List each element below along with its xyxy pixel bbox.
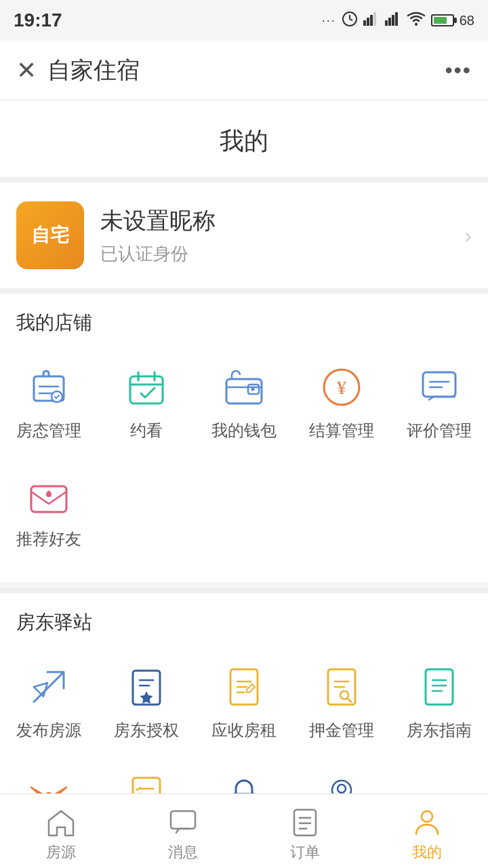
icon-label-doc-text: 房东指南 (407, 719, 472, 741)
bottom-nav-label-message: 消息 (168, 842, 198, 863)
icon-label-doc-search: 押金管理 (309, 719, 374, 741)
bottom-nav-label-house: 房源 (46, 842, 76, 863)
bottom-nav-item-house[interactable]: 房源 (0, 800, 122, 863)
icon-item-doc-star[interactable]: 房东授权 (98, 649, 195, 757)
icon-label-send-arrow: 发布房源 (16, 719, 81, 741)
bottom-nav-item-message[interactable]: 消息 (122, 800, 244, 863)
icon-item-doc-search[interactable]: 押金管理 (293, 649, 390, 757)
landlord-section-title: 房东驿站 (0, 610, 488, 649)
clock-icon (342, 11, 358, 31)
svg-rect-31 (171, 811, 195, 829)
avatar-text: 自宅 (31, 222, 69, 248)
profile-section[interactable]: 自宅 未设置昵称 已认证身份 › (0, 182, 488, 294)
wifi-icon (407, 12, 426, 30)
avatar: 自宅 (16, 201, 84, 269)
svg-rect-2 (367, 18, 369, 26)
icon-item-doc-pen[interactable]: 应收房租 (195, 649, 293, 757)
svg-rect-7 (392, 15, 394, 26)
profile-sub: 已认证身份 (100, 242, 464, 266)
status-time: 19:17 (14, 9, 62, 31)
svg-point-9 (415, 23, 418, 26)
profile-info: 未设置昵称 已认证身份 (100, 205, 464, 266)
page-title-section: 我的 (0, 100, 488, 182)
svg-rect-8 (395, 12, 398, 26)
svg-rect-12 (130, 376, 163, 403)
battery-level: 68 (460, 13, 474, 28)
icon-label-house-tag: 房态管理 (16, 420, 81, 441)
icon-label-doc-star: 房东授权 (114, 719, 179, 741)
icon-item-doc-text[interactable]: 房东指南 (390, 649, 488, 757)
my-shop-title: 我的店铺 (0, 310, 488, 349)
svg-point-30 (338, 785, 346, 793)
status-icons: ··· (322, 11, 474, 31)
icon-label-doc-pen: 应收房租 (211, 719, 277, 741)
signal2-icon (385, 12, 401, 29)
bottom-nav-label-order: 订单 (290, 842, 320, 863)
profile-name: 未设置昵称 (100, 205, 464, 237)
dots-icon: ··· (322, 14, 336, 28)
icon-item-house-tag[interactable]: 房态管理 (0, 349, 98, 458)
nav-title: 自家住宿 (47, 55, 445, 86)
svg-rect-3 (370, 15, 373, 26)
separator1 (0, 588, 488, 593)
svg-rect-4 (373, 12, 376, 26)
icon-item-send-arrow[interactable]: 发布房源 (0, 649, 98, 757)
icon-label-calendar-check: 约看 (130, 420, 163, 441)
my-shop-grid: 房态管理 约看 我的钱包 ¥ (0, 349, 488, 577)
svg-text:¥: ¥ (337, 377, 346, 398)
svg-rect-19 (31, 486, 66, 512)
icon-item-wallet[interactable]: 我的钱包 (195, 349, 293, 458)
close-button[interactable]: ✕ (16, 56, 37, 85)
nav-bar: ✕ 自家住宿 ••• (0, 41, 488, 100)
svg-point-33 (422, 811, 432, 822)
page-title: 我的 (220, 127, 268, 155)
svg-rect-13 (226, 379, 262, 403)
more-button[interactable]: ••• (445, 58, 472, 83)
svg-rect-6 (388, 18, 391, 26)
bottom-nav-item-order[interactable]: 订单 (244, 800, 366, 863)
svg-point-15 (251, 388, 255, 391)
svg-rect-5 (385, 20, 388, 26)
icon-item-heart-letter[interactable]: 推荐好友 (0, 458, 98, 566)
icon-item-calendar-check[interactable]: 约看 (98, 349, 195, 458)
svg-rect-18 (423, 372, 455, 397)
icon-label-comment-box: 评价管理 (407, 420, 472, 441)
svg-rect-1 (363, 20, 366, 26)
icon-label-wallet: 我的钱包 (211, 420, 277, 441)
bottom-nav: 房源 消息 订单 我的 (0, 793, 488, 868)
bottom-nav-item-profile[interactable]: 我的 (366, 800, 488, 863)
icon-label-yuan-circle: 结算管理 (309, 420, 374, 441)
icon-label-heart-letter: 推荐好友 (16, 528, 81, 550)
status-bar: 19:17 ··· (0, 0, 488, 41)
icon-item-yuan-circle[interactable]: ¥ 结算管理 (293, 349, 390, 458)
icon-item-comment-box[interactable]: 评价管理 (390, 349, 488, 458)
svg-rect-24 (426, 669, 453, 705)
battery-icon (431, 14, 454, 26)
bottom-nav-label-profile: 我的 (412, 842, 442, 863)
signal1-icon (363, 12, 380, 29)
my-shop-section: 我的店铺 房态管理 约看 (0, 294, 488, 583)
profile-arrow-icon: › (464, 223, 472, 248)
